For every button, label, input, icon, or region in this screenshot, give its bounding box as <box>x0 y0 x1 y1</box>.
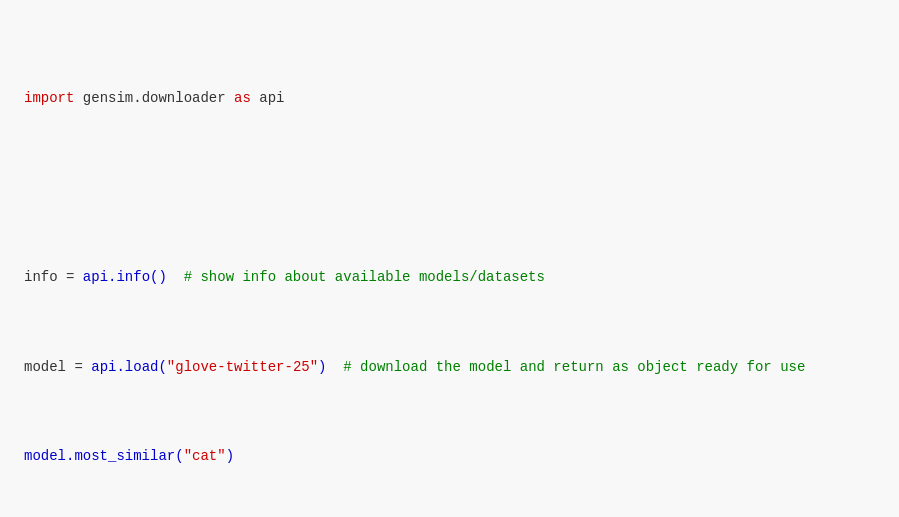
import-line: import gensim.downloader as api <box>24 87 875 109</box>
info-eq: = <box>66 269 83 285</box>
similar-call-arg: "cat" <box>184 448 226 464</box>
model-call-arg: "glove-twitter-25" <box>167 359 318 375</box>
blank-line-1 <box>24 177 875 199</box>
info-call: api.info() <box>83 269 167 285</box>
model-comment: # download the model and return as objec… <box>327 359 806 375</box>
similar-call-close: ) <box>226 448 234 464</box>
model-line: model = api.load("glove-twitter-25") # d… <box>24 356 875 378</box>
model-call-close: ) <box>318 359 326 375</box>
as-keyword: as <box>234 90 251 106</box>
import-alias: api <box>251 90 285 106</box>
info-line: info = api.info() # show info about avai… <box>24 266 875 288</box>
model-call-func: api.load( <box>91 359 167 375</box>
code-content: import gensim.downloader as api info = a… <box>24 20 875 517</box>
info-var: info <box>24 269 66 285</box>
model-var: model <box>24 359 74 375</box>
info-comment: # show info about available models/datas… <box>167 269 545 285</box>
code-editor: import gensim.downloader as api info = a… <box>0 0 899 517</box>
similar-line: model.most_similar("cat") <box>24 445 875 467</box>
similar-call-obj: model.most_similar( <box>24 448 184 464</box>
model-eq: = <box>74 359 91 375</box>
import-module: gensim.downloader <box>74 90 234 106</box>
import-keyword: import <box>24 90 74 106</box>
